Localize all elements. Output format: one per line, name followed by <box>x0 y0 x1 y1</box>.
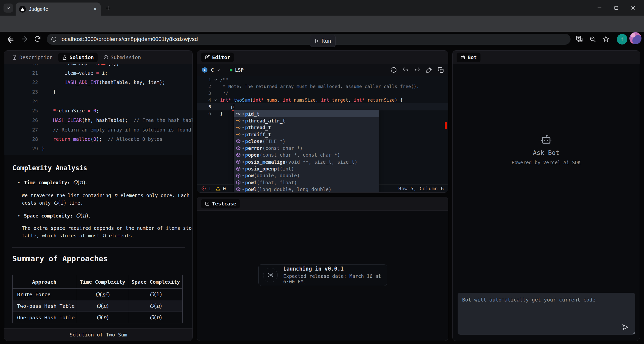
chevron-down-icon[interactable] <box>216 68 220 72</box>
suggest-item[interactable]: •perror(const char *) <box>234 145 379 151</box>
fold-chevron-icon[interactable] <box>211 98 220 102</box>
copy-icon[interactable] <box>438 67 444 73</box>
run-button[interactable]: Run <box>310 35 336 47</box>
bookmark-star-icon[interactable] <box>602 35 610 43</box>
suggest-item[interactable]: •pow(double, double) <box>234 172 379 179</box>
line-number: 27 <box>4 127 38 133</box>
circle-check-icon <box>103 55 108 60</box>
tab-description[interactable]: Description <box>8 53 56 62</box>
suggest-item[interactable]: •powl(long double, long double) <box>234 186 379 193</box>
code-text: int* twoSum(int* nums, int numsSize, int… <box>220 97 403 103</box>
tab-solution[interactable]: Solution <box>58 53 97 62</box>
address-bar[interactable]: localhost:3000/problems/cm8pjqdem0001ty8… <box>47 34 571 45</box>
line-number: 20 <box>4 64 38 66</box>
line-number: 5 <box>197 104 211 109</box>
code-text: * Note: The returned array must be mallo… <box>220 84 419 89</box>
suggest-item[interactable]: •pclose(FILE *) <box>234 138 379 145</box>
broadcast-icon <box>263 268 278 282</box>
app-back-button[interactable] <box>7 37 15 45</box>
text-line: The extra space required depends on the … <box>22 224 192 232</box>
line-number: 25 <box>4 108 38 113</box>
code-line: 22 HASH_ADD_INT(hashTable, key, item); <box>4 77 192 87</box>
send-icon[interactable] <box>622 323 629 331</box>
browser-profile-avatar[interactable]: f <box>617 34 627 45</box>
typedef-symbol-icon <box>235 132 241 137</box>
browser-toolbar: localhost:3000/problems/cm8pjqdem0001ty8… <box>0 16 644 32</box>
user-avatar[interactable] <box>629 32 641 44</box>
zoom-out-icon[interactable] <box>589 36 596 43</box>
function-symbol-icon <box>235 173 241 178</box>
text-line: We traverse the list containing n elemen… <box>22 192 192 199</box>
forward-button[interactable] <box>20 35 29 43</box>
toast-subtitle: Expected release date: March 16 at 6:00 … <box>283 273 382 284</box>
format-brush-icon[interactable] <box>426 67 432 73</box>
suggest-item[interactable]: •posix_memalign(void **, size_t, size_t) <box>234 158 379 165</box>
code-text: } <box>220 111 223 116</box>
lsp-status-dot <box>230 69 232 71</box>
browser-tab[interactable]: Judge4c ✕ <box>16 3 101 16</box>
table-row: Brute ForceO(n2)O(1) <box>13 289 183 300</box>
resize-handle[interactable] <box>632 331 635 334</box>
editor-line[interactable]: 4int* twoSum(int* nums, int numsSize, in… <box>197 97 448 103</box>
redo-icon[interactable] <box>414 67 421 73</box>
editor-line[interactable]: 3 */ <box>197 90 448 97</box>
function-symbol-icon <box>235 159 241 164</box>
tab-bot[interactable]: Bot <box>457 53 480 62</box>
complexity-heading: Complexity Analysis <box>12 164 87 172</box>
code-line: 21 item→value = i; <box>4 68 192 78</box>
reset-code-icon[interactable] <box>390 67 397 73</box>
suggest-item[interactable]: •pid_t <box>234 110 379 117</box>
suggest-item[interactable]: •posix_openpt(int) <box>234 165 379 172</box>
language-select-value[interactable]: C <box>211 67 214 73</box>
bot-icon <box>540 134 552 145</box>
code-text: item→value = i; <box>42 70 108 76</box>
reload-button[interactable] <box>34 35 41 43</box>
translate-icon[interactable] <box>576 35 583 43</box>
tab-submission[interactable]: Submission <box>100 53 145 62</box>
suggest-item[interactable]: •powf(float, float) <box>234 179 379 186</box>
approach-cell: Two-pass Hash Table <box>13 300 76 312</box>
suggest-item[interactable]: •ptrdiff_t <box>234 131 379 138</box>
tab-testcase[interactable]: Testcase <box>201 199 240 208</box>
code-text: /** <box>220 77 228 82</box>
code-line: 29} <box>4 144 192 153</box>
editor-line[interactable]: 2 * Note: The returned array must be mal… <box>197 83 448 90</box>
summary-heading: Summary of Approaches <box>12 254 108 263</box>
file-text-icon <box>12 55 17 60</box>
line-number: 2 <box>197 84 211 89</box>
autocomplete-popup: •pid_t•pthread_attr_t•pthread_t•ptrdiff_… <box>234 110 379 193</box>
tab-close-icon[interactable]: ✕ <box>93 6 97 12</box>
tab-editor[interactable]: Editor <box>201 53 234 62</box>
line-number: 24 <box>4 99 38 104</box>
toast-title: Launching in v0.0.1 <box>283 266 382 272</box>
editor-panel-header: Editor <box>197 51 448 64</box>
window-minimize-button[interactable] <box>597 0 602 16</box>
undo-icon[interactable] <box>402 67 409 73</box>
typedef-symbol-icon <box>235 125 241 130</box>
editor-toolbar: C C LSP <box>197 64 448 76</box>
chevron-down-icon <box>6 6 11 10</box>
bot-message-input[interactable] <box>458 293 635 335</box>
editor-line[interactable]: 5 p <box>197 103 448 110</box>
code-text: HASH_ADD_INT(hashTable, key, item); <box>42 79 165 85</box>
problem-panel: Description Solution Submission 20 item→… <box>4 50 193 341</box>
new-tab-button[interactable] <box>105 5 111 11</box>
approaches-table: ApproachTime ComplexitySpace ComplexityB… <box>12 275 183 323</box>
table-header-cell: Space Complexity <box>129 275 183 289</box>
suggest-item[interactable]: •popen(const char *, const char *) <box>234 152 379 158</box>
error-count: 1 <box>208 186 211 192</box>
info-icon[interactable] <box>51 36 57 42</box>
tab-search-button[interactable] <box>4 4 13 13</box>
line-number: 28 <box>4 136 38 142</box>
fold-chevron-icon[interactable] <box>211 78 220 81</box>
suggest-item[interactable]: •pthread_attr_t <box>234 117 379 124</box>
space-complexity-cell: O(n) <box>129 300 183 312</box>
suggest-item[interactable]: •pthread_t <box>234 124 379 131</box>
text-cursor <box>234 104 234 109</box>
window-maximize-button[interactable] <box>614 0 619 16</box>
browser-tab-strip: Judge4c ✕ <box>0 0 644 16</box>
editor-line[interactable]: 1/** <box>197 76 448 83</box>
line-number: 1 <box>197 77 211 82</box>
code-line: 25 *returnSize = 0; <box>4 106 192 115</box>
window-close-button[interactable] <box>630 0 636 16</box>
